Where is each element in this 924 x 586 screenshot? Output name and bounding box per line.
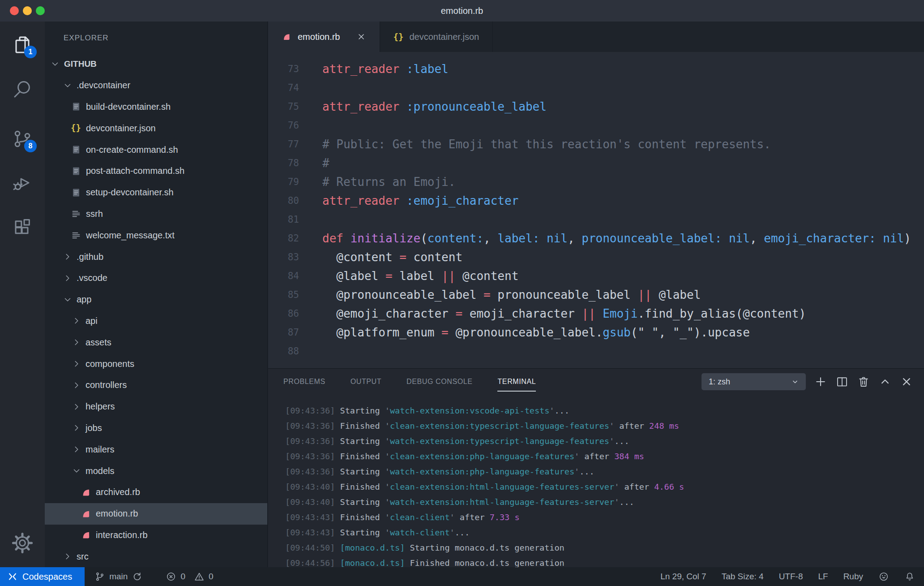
plus-icon <box>814 382 827 390</box>
panel-tab-debug-console[interactable]: DEBUG CONSOLE <box>406 378 472 386</box>
activity-explorer-button[interactable]: 1 <box>12 34 33 56</box>
activity-extensions-button[interactable] <box>12 218 33 239</box>
ruby-file-icon <box>81 487 91 498</box>
status-item-ruby[interactable]: Ruby <box>843 572 863 582</box>
status-item-utf-8[interactable]: UTF-8 <box>779 572 803 582</box>
tree-item-label: api <box>86 316 98 326</box>
tree-item--github[interactable]: .github <box>45 246 267 267</box>
activity-source-control-button[interactable]: 8 <box>12 128 33 150</box>
tree-item-build-devcontainer-sh[interactable]: build-devcontainer.sh <box>45 96 267 118</box>
code-editor[interactable]: 73attr_reader :label7475attr_reader :pro… <box>268 52 924 368</box>
trash-icon <box>857 382 870 390</box>
error-count: 0 <box>180 572 185 582</box>
tree-item-github[interactable]: GITHUB <box>45 53 267 75</box>
close-icon[interactable] <box>356 32 366 42</box>
activity-run-debug-button[interactable] <box>12 172 33 194</box>
branch-status[interactable]: main <box>94 571 142 582</box>
branch-label: main <box>109 572 128 582</box>
tree-item-label: jobs <box>86 423 102 433</box>
new-terminal-button[interactable] <box>814 375 827 388</box>
close-panel-button[interactable] <box>900 375 913 388</box>
terminal-line: [09:43:36] Starting 'watch-extension:php… <box>285 464 924 479</box>
panel-tab-output[interactable]: OUTPUT <box>351 378 381 386</box>
terminal-line: [09:44:50] [monaco.d.ts] Starting monaco… <box>285 540 924 556</box>
line-number: 82 <box>268 229 322 248</box>
tree-item-assets[interactable]: assets <box>45 332 267 353</box>
activity-search-button[interactable] <box>12 79 33 100</box>
status-item-ln-29-col-7[interactable]: Ln 29, Col 7 <box>660 572 706 582</box>
code-line-80: 80attr_reader :emoji_character <box>268 191 924 210</box>
chevron-down-icon <box>50 59 60 69</box>
chevron-right-icon <box>63 252 73 262</box>
tree-item-emotion-rb[interactable]: emotion.rb <box>45 503 267 525</box>
tree-item-ssrh[interactable]: ssrh <box>45 203 267 225</box>
line-number: 74 <box>268 78 322 97</box>
tree-item-label: src <box>77 552 89 562</box>
tree-item-on-create-command-sh[interactable]: on-create-command.sh <box>45 139 267 160</box>
text-file-icon <box>71 208 81 219</box>
tree-item-post-attach-command-sh[interactable]: post-attach-command.sh <box>45 160 267 182</box>
problems-status[interactable]: 0 0 <box>166 571 213 582</box>
tree-item-app[interactable]: app <box>45 289 267 310</box>
code-line-86: 86 @emoji_character = emoji_character ||… <box>268 304 924 323</box>
kill-terminal-button[interactable] <box>857 375 870 388</box>
tree-item-helpers[interactable]: helpers <box>45 396 267 418</box>
status-bar: Codespaces main 0 0 Ln 29, Col 7Tab Size… <box>0 567 924 586</box>
tree-item-label: on-create-command.sh <box>86 145 178 155</box>
extensions-icon <box>12 233 33 241</box>
tree-item-jobs[interactable]: jobs <box>45 418 267 439</box>
line-number: 76 <box>268 116 322 135</box>
terminal-shell-select[interactable]: 1: zsh <box>702 373 806 390</box>
editor-tab-devcontainer-json[interactable]: {}devcontainer.json <box>380 22 493 52</box>
smiley-icon[interactable] <box>878 571 889 582</box>
tree-item-controllers[interactable]: controllers <box>45 375 267 396</box>
code-line-88: 88 <box>268 342 924 361</box>
status-item-tab-size-4[interactable]: Tab Size: 4 <box>722 572 764 582</box>
bell-icon[interactable] <box>904 571 915 582</box>
split-terminal-button[interactable] <box>835 375 849 388</box>
tree-item-label: .devcontainer <box>77 80 130 90</box>
panel-tab-terminal[interactable]: TERMINAL <box>497 378 536 386</box>
split-editor-icon <box>835 382 849 390</box>
tree-item-archived-rb[interactable]: archived.rb <box>45 482 267 503</box>
shell-file-icon <box>71 166 81 177</box>
tree-item-mailers[interactable]: mailers <box>45 439 267 460</box>
tree-item-setup-devcontainer-sh[interactable]: setup-devcontainer.sh <box>45 182 267 203</box>
panel-tab-problems[interactable]: PROBLEMS <box>283 378 325 386</box>
tree-item-label: emotion.rb <box>96 508 138 519</box>
tree-item-components[interactable]: components <box>45 353 267 375</box>
activity-settings-button[interactable] <box>12 532 33 554</box>
code-line-82: 82def initialize(content:, label: nil, p… <box>268 229 924 248</box>
tree-item-src[interactable]: src <box>45 546 267 567</box>
tree-item-label: components <box>86 359 134 369</box>
tree-item-interaction-rb[interactable]: interaction.rb <box>45 525 267 546</box>
ruby-file-icon <box>81 530 91 540</box>
file-tree: GITHUB.devcontainerbuild-devcontainer.sh… <box>45 53 267 567</box>
code-line-81: 81 <box>268 210 924 229</box>
codespaces-remote-button[interactable]: Codespaces <box>0 567 85 586</box>
terminal-line: [09:44:56] [monaco.d.ts] Finished monaco… <box>285 556 924 567</box>
tree-item-label: mailers <box>86 444 114 455</box>
code-line-84: 84 @label = label || @content <box>268 267 924 285</box>
maximize-panel-button[interactable] <box>878 375 892 388</box>
tree-item--vscode[interactable]: .vscode <box>45 267 267 289</box>
tree-item-devcontainer-json[interactable]: {}devcontainer.json <box>45 117 267 139</box>
tree-item-label: archived.rb <box>96 487 140 497</box>
code-line-78: 78# <box>268 154 924 172</box>
tree-item-api[interactable]: api <box>45 310 267 332</box>
tree-item-label: .vscode <box>77 273 107 283</box>
warning-count: 0 <box>209 572 214 582</box>
codespaces-label: Codespaces <box>22 572 72 582</box>
tree-item--devcontainer[interactable]: .devcontainer <box>45 75 267 96</box>
sidebar-explorer: EXPLORER GITHUB.devcontainerbuild-devcon… <box>45 22 268 567</box>
tree-item-welcome-message-txt[interactable]: welcome_message.txt <box>45 224 267 246</box>
titlebar: emotion.rb <box>0 0 924 22</box>
tree-item-label: GITHUB <box>64 59 97 69</box>
terminal-output[interactable]: [09:43:36] Starting 'watch-extension:vsc… <box>268 395 924 567</box>
terminal-line: [09:43:43] Finished 'clean-client' after… <box>285 510 924 525</box>
panel-tabs: PROBLEMSOUTPUTDEBUG CONSOLETERMINAL <box>283 378 536 386</box>
editor-tab-emotion-rb[interactable]: emotion.rb <box>268 22 380 52</box>
status-item-lf[interactable]: LF <box>818 572 828 582</box>
tree-item-models[interactable]: models <box>45 460 267 482</box>
warning-icon <box>194 571 205 582</box>
